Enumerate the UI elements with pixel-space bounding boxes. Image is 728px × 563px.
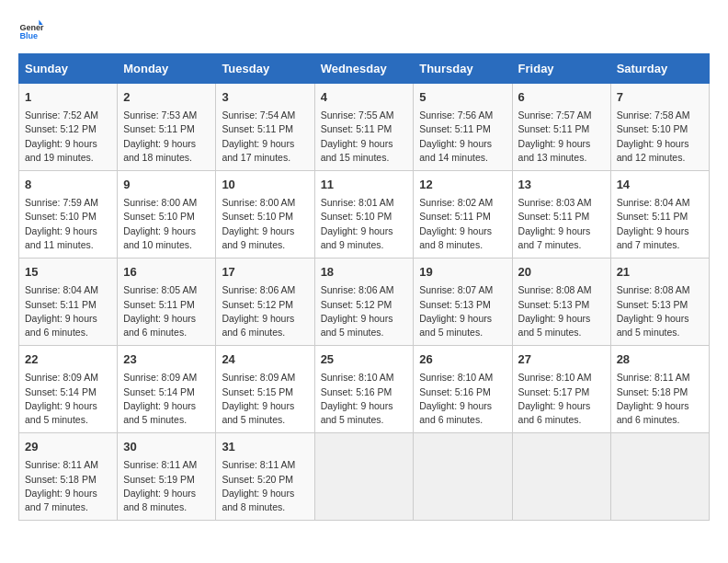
calendar-cell: 16Sunrise: 8:05 AMSunset: 5:11 PMDayligh… — [118, 259, 216, 346]
day-number: 14 — [617, 177, 703, 193]
header-saturday: Saturday — [610, 54, 709, 84]
day-info: Sunrise: 8:09 AMSunset: 5:15 PMDaylight:… — [222, 371, 308, 427]
day-number: 12 — [419, 177, 506, 193]
day-number: 26 — [419, 351, 506, 368]
day-number: 17 — [222, 264, 308, 281]
calendar-week-row: 1Sunrise: 7:52 AMSunset: 5:12 PMDaylight… — [19, 84, 710, 171]
day-info: Sunrise: 7:57 AMSunset: 5:11 PMDaylight:… — [518, 109, 605, 165]
day-number: 5 — [419, 89, 506, 106]
calendar-cell — [610, 433, 709, 521]
calendar-week-row: 15Sunrise: 8:04 AMSunset: 5:11 PMDayligh… — [19, 259, 710, 346]
day-number: 2 — [123, 89, 210, 106]
calendar-cell: 31Sunrise: 8:11 AMSunset: 5:20 PMDayligh… — [216, 433, 314, 521]
day-info: Sunrise: 8:07 AMSunset: 5:13 PMDaylight:… — [419, 283, 506, 339]
svg-text:Blue: Blue — [19, 31, 38, 40]
logo: General Blue — [18, 18, 48, 44]
day-info: Sunrise: 8:00 AMSunset: 5:10 PMDaylight:… — [222, 196, 308, 252]
calendar-cell — [414, 433, 512, 521]
day-info: Sunrise: 8:11 AMSunset: 5:18 PMDaylight:… — [617, 371, 703, 427]
day-number: 8 — [25, 177, 111, 193]
day-number: 3 — [222, 89, 308, 106]
day-number: 20 — [518, 264, 605, 281]
day-info: Sunrise: 8:01 AMSunset: 5:10 PMDaylight:… — [321, 196, 408, 252]
calendar-cell: 3Sunrise: 7:54 AMSunset: 5:11 PMDaylight… — [216, 84, 314, 171]
calendar-cell: 24Sunrise: 8:09 AMSunset: 5:15 PMDayligh… — [216, 346, 314, 433]
calendar-cell: 7Sunrise: 7:58 AMSunset: 5:10 PMDaylight… — [610, 84, 709, 171]
day-info: Sunrise: 8:04 AMSunset: 5:11 PMDaylight:… — [25, 283, 111, 339]
day-info: Sunrise: 7:54 AMSunset: 5:11 PMDaylight:… — [222, 109, 308, 165]
calendar-cell: 6Sunrise: 7:57 AMSunset: 5:11 PMDaylight… — [512, 84, 610, 171]
day-info: Sunrise: 8:11 AMSunset: 5:18 PMDaylight:… — [25, 458, 111, 514]
calendar-week-row: 29Sunrise: 8:11 AMSunset: 5:18 PMDayligh… — [19, 433, 710, 521]
day-number: 7 — [617, 89, 703, 106]
day-number: 29 — [25, 439, 111, 455]
day-info: Sunrise: 8:10 AMSunset: 5:16 PMDaylight:… — [321, 371, 408, 427]
day-info: Sunrise: 8:09 AMSunset: 5:14 PMDaylight:… — [123, 371, 210, 427]
calendar-cell: 13Sunrise: 8:03 AMSunset: 5:11 PMDayligh… — [512, 171, 610, 259]
day-number: 23 — [123, 351, 210, 368]
day-number: 11 — [321, 177, 408, 193]
calendar-table: SundayMondayTuesdayWednesdayThursdayFrid… — [18, 53, 710, 521]
day-number: 1 — [25, 89, 111, 106]
calendar-cell: 2Sunrise: 7:53 AMSunset: 5:11 PMDaylight… — [118, 84, 216, 171]
calendar-cell: 28Sunrise: 8:11 AMSunset: 5:18 PMDayligh… — [610, 346, 709, 433]
calendar-cell: 23Sunrise: 8:09 AMSunset: 5:14 PMDayligh… — [118, 346, 216, 433]
header-monday: Monday — [118, 54, 216, 84]
calendar-cell: 26Sunrise: 8:10 AMSunset: 5:16 PMDayligh… — [414, 346, 512, 433]
day-number: 6 — [518, 89, 605, 106]
day-number: 13 — [518, 177, 605, 193]
calendar-cell: 1Sunrise: 7:52 AMSunset: 5:12 PMDaylight… — [19, 84, 118, 171]
header-sunday: Sunday — [19, 54, 118, 84]
calendar-cell: 12Sunrise: 8:02 AMSunset: 5:11 PMDayligh… — [414, 171, 512, 259]
day-number: 28 — [617, 351, 703, 368]
day-info: Sunrise: 7:53 AMSunset: 5:11 PMDaylight:… — [123, 109, 210, 165]
day-number: 4 — [321, 89, 408, 106]
page-header: General Blue — [18, 18, 710, 44]
calendar-cell — [512, 433, 610, 521]
day-info: Sunrise: 8:11 AMSunset: 5:19 PMDaylight:… — [123, 458, 210, 514]
day-info: Sunrise: 8:04 AMSunset: 5:11 PMDaylight:… — [617, 196, 703, 252]
calendar-cell: 21Sunrise: 8:08 AMSunset: 5:13 PMDayligh… — [610, 259, 709, 346]
calendar-cell: 4Sunrise: 7:55 AMSunset: 5:11 PMDaylight… — [314, 84, 414, 171]
day-info: Sunrise: 8:05 AMSunset: 5:11 PMDaylight:… — [123, 283, 210, 339]
day-info: Sunrise: 7:59 AMSunset: 5:10 PMDaylight:… — [25, 196, 111, 252]
calendar-week-row: 22Sunrise: 8:09 AMSunset: 5:14 PMDayligh… — [19, 346, 710, 433]
calendar-cell: 11Sunrise: 8:01 AMSunset: 5:10 PMDayligh… — [314, 171, 414, 259]
day-number: 31 — [222, 439, 308, 455]
day-number: 30 — [123, 439, 210, 455]
day-info: Sunrise: 7:58 AMSunset: 5:10 PMDaylight:… — [617, 109, 703, 165]
day-info: Sunrise: 8:00 AMSunset: 5:10 PMDaylight:… — [123, 196, 210, 252]
day-number: 21 — [617, 264, 703, 281]
calendar-cell — [314, 433, 414, 521]
day-number: 15 — [25, 264, 111, 281]
day-number: 16 — [123, 264, 210, 281]
day-info: Sunrise: 7:55 AMSunset: 5:11 PMDaylight:… — [321, 109, 408, 165]
logo-icon: General Blue — [18, 18, 44, 44]
calendar-cell: 25Sunrise: 8:10 AMSunset: 5:16 PMDayligh… — [314, 346, 414, 433]
day-info: Sunrise: 8:06 AMSunset: 5:12 PMDaylight:… — [321, 283, 408, 339]
header-friday: Friday — [512, 54, 610, 84]
day-number: 18 — [321, 264, 408, 281]
day-number: 22 — [25, 351, 111, 368]
day-info: Sunrise: 7:52 AMSunset: 5:12 PMDaylight:… — [25, 109, 111, 165]
day-info: Sunrise: 8:10 AMSunset: 5:17 PMDaylight:… — [518, 371, 605, 427]
calendar-week-row: 8Sunrise: 7:59 AMSunset: 5:10 PMDaylight… — [19, 171, 710, 259]
calendar-cell: 29Sunrise: 8:11 AMSunset: 5:18 PMDayligh… — [19, 433, 118, 521]
calendar-cell: 5Sunrise: 7:56 AMSunset: 5:11 PMDaylight… — [414, 84, 512, 171]
day-number: 25 — [321, 351, 408, 368]
calendar-cell: 22Sunrise: 8:09 AMSunset: 5:14 PMDayligh… — [19, 346, 118, 433]
calendar-cell: 9Sunrise: 8:00 AMSunset: 5:10 PMDaylight… — [118, 171, 216, 259]
header-wednesday: Wednesday — [314, 54, 414, 84]
calendar-header-row: SundayMondayTuesdayWednesdayThursdayFrid… — [19, 54, 710, 84]
day-number: 19 — [419, 264, 506, 281]
day-info: Sunrise: 8:08 AMSunset: 5:13 PMDaylight:… — [518, 283, 605, 339]
day-info: Sunrise: 8:03 AMSunset: 5:11 PMDaylight:… — [518, 196, 605, 252]
day-info: Sunrise: 7:56 AMSunset: 5:11 PMDaylight:… — [419, 109, 506, 165]
calendar-cell: 18Sunrise: 8:06 AMSunset: 5:12 PMDayligh… — [314, 259, 414, 346]
calendar-cell: 14Sunrise: 8:04 AMSunset: 5:11 PMDayligh… — [610, 171, 709, 259]
header-tuesday: Tuesday — [216, 54, 314, 84]
day-number: 24 — [222, 351, 308, 368]
calendar-cell: 19Sunrise: 8:07 AMSunset: 5:13 PMDayligh… — [414, 259, 512, 346]
calendar-cell: 27Sunrise: 8:10 AMSunset: 5:17 PMDayligh… — [512, 346, 610, 433]
header-thursday: Thursday — [414, 54, 512, 84]
